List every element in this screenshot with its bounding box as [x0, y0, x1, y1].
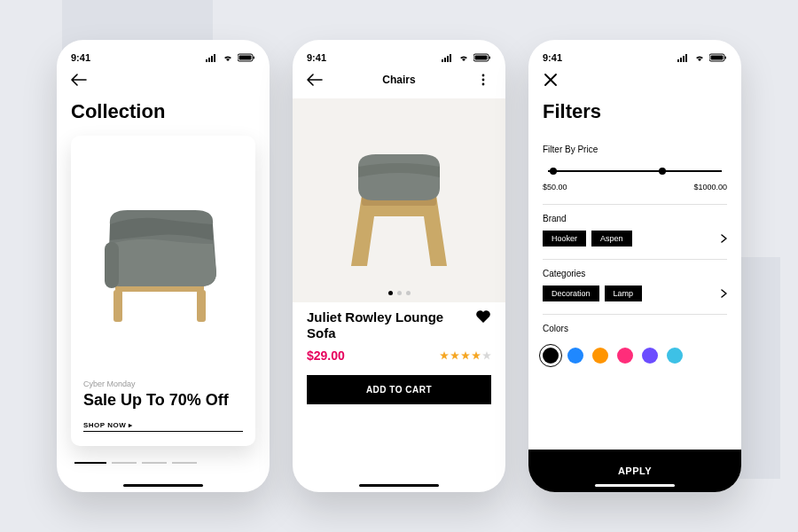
- divider: [543, 314, 727, 315]
- screen-product-detail: 9:41 Chairs: [293, 40, 505, 492]
- wifi-icon: [222, 53, 234, 62]
- categories-filter-label: Categories: [543, 269, 727, 278]
- slider-handle-min[interactable]: [550, 168, 557, 175]
- status-indicators: [442, 53, 491, 62]
- battery-icon: [238, 53, 255, 62]
- colors-filter-label: Colors: [543, 324, 727, 333]
- status-bar: 9:41: [71, 52, 255, 63]
- svg-rect-0: [206, 59, 207, 62]
- color-swatch[interactable]: [543, 348, 559, 364]
- brand-chip[interactable]: Aspen: [591, 231, 632, 246]
- color-swatch[interactable]: [667, 348, 683, 364]
- rating-stars: [440, 351, 491, 360]
- promo-title: Sale Up To 70% Off: [83, 391, 243, 411]
- battery-icon: [709, 53, 727, 62]
- status-indicators: [677, 53, 727, 62]
- svg-rect-6: [254, 57, 255, 59]
- svg-point-20: [482, 83, 485, 86]
- svg-rect-22: [677, 59, 679, 62]
- battery-icon: [473, 53, 491, 62]
- price-filter-label: Filter By Price: [543, 145, 727, 154]
- svg-rect-16: [475, 56, 488, 60]
- nav-bar: [543, 70, 727, 90]
- color-swatches: [543, 348, 727, 364]
- promo-eyebrow: Cyber Monday: [83, 379, 243, 388]
- more-icon[interactable]: [475, 72, 491, 88]
- screen-collection: 9:41 Collection: [57, 40, 270, 492]
- svg-rect-3: [214, 54, 215, 62]
- category-chip[interactable]: Decoration: [543, 286, 599, 301]
- divider: [543, 204, 727, 205]
- signal-icon: [677, 53, 690, 62]
- carousel-dots[interactable]: [388, 291, 411, 295]
- wifi-icon: [458, 53, 470, 62]
- status-time: 9:41: [307, 52, 326, 63]
- signal-icon: [442, 53, 454, 62]
- status-time: 9:41: [71, 52, 90, 63]
- status-indicators: [206, 53, 255, 62]
- promo-card[interactable]: Cyber Monday Sale Up To 70% Off SHOP NOW…: [71, 136, 255, 446]
- svg-rect-23: [680, 58, 682, 62]
- home-indicator: [595, 484, 675, 487]
- svg-rect-8: [113, 290, 122, 322]
- expand-categories-icon[interactable]: [721, 286, 727, 301]
- close-icon[interactable]: [543, 72, 559, 88]
- brand-chip[interactable]: Hooker: [543, 231, 586, 246]
- home-indicator: [359, 484, 439, 487]
- svg-rect-11: [442, 59, 443, 62]
- svg-rect-2: [211, 56, 213, 62]
- svg-rect-5: [239, 56, 252, 60]
- page-indicator: [71, 462, 255, 464]
- color-swatch[interactable]: [617, 348, 633, 364]
- svg-rect-24: [683, 56, 685, 62]
- status-bar: 9:41: [307, 52, 491, 63]
- color-swatch[interactable]: [642, 348, 658, 364]
- nav-title: Chairs: [382, 74, 415, 86]
- page-title: Filters: [543, 100, 727, 123]
- svg-point-18: [482, 74, 485, 77]
- promo-product-image: [83, 145, 243, 374]
- price-max: $1000.00: [693, 183, 727, 192]
- slider-handle-max[interactable]: [659, 168, 666, 175]
- back-arrow-icon[interactable]: [307, 72, 323, 88]
- signal-icon: [206, 53, 218, 62]
- svg-rect-13: [447, 56, 449, 62]
- nav-bar: Chairs: [307, 70, 491, 90]
- svg-rect-17: [489, 57, 491, 59]
- price-range-slider[interactable]: [548, 170, 722, 172]
- status-bar: 9:41: [543, 52, 727, 63]
- status-time: 9:41: [543, 52, 562, 63]
- price-min: $50.00: [543, 183, 567, 192]
- back-arrow-icon[interactable]: [71, 72, 87, 88]
- svg-rect-25: [685, 54, 687, 62]
- svg-rect-14: [450, 54, 451, 62]
- product-name: Juliet Rowley Lounge Sofa: [307, 309, 449, 341]
- color-swatch[interactable]: [567, 348, 583, 364]
- nav-bar: [71, 70, 255, 90]
- product-price: $29.00: [307, 348, 345, 363]
- wifi-icon: [693, 53, 706, 62]
- shop-now-link[interactable]: SHOP NOW ▸: [83, 421, 243, 432]
- svg-point-19: [482, 79, 485, 82]
- divider: [543, 259, 727, 260]
- home-indicator: [123, 484, 203, 487]
- page-title: Collection: [71, 100, 255, 123]
- favorite-button[interactable]: [475, 309, 491, 327]
- svg-rect-27: [711, 56, 724, 60]
- brand-filter-label: Brand: [543, 214, 727, 223]
- category-chip[interactable]: Lamp: [605, 286, 643, 301]
- svg-rect-12: [444, 58, 446, 62]
- svg-rect-10: [105, 242, 119, 288]
- svg-rect-1: [208, 58, 210, 62]
- svg-rect-9: [197, 290, 206, 322]
- screen-filters: 9:41 Filters Filter By Price $50.00 $100…: [528, 40, 741, 492]
- product-image: [293, 98, 505, 302]
- expand-brand-icon[interactable]: [721, 231, 727, 246]
- add-to-cart-button[interactable]: ADD TO CART: [307, 375, 491, 404]
- svg-rect-28: [725, 57, 727, 59]
- color-swatch[interactable]: [592, 348, 608, 364]
